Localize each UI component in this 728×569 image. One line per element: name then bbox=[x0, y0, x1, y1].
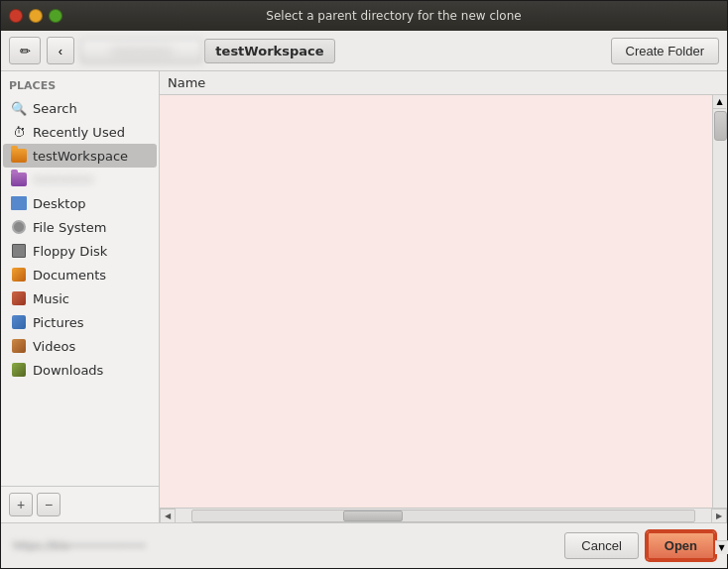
sidebar-item-videos[interactable]: Videos bbox=[3, 334, 157, 358]
name-column-header: Name bbox=[168, 75, 205, 90]
sidebar-pictures-label: Pictures bbox=[33, 315, 83, 330]
music-icon bbox=[11, 290, 27, 306]
breadcrumb-current[interactable]: testWorkspace bbox=[204, 39, 334, 63]
sidebar-search-label: Search bbox=[33, 101, 77, 116]
add-place-button[interactable]: + bbox=[9, 493, 33, 516]
horizontal-scrollbar[interactable]: ◀ ▶ bbox=[160, 508, 727, 522]
vertical-scrollbar[interactable]: ▲ ▼ bbox=[712, 95, 727, 508]
toolbar: ✏ ‹ •••••••• testWorkspace Create Folder bbox=[1, 31, 727, 71]
breadcrumb: •••••••• testWorkspace bbox=[80, 39, 335, 63]
sidebar-item-downloads[interactable]: Downloads bbox=[3, 358, 157, 382]
close-button[interactable] bbox=[9, 9, 23, 23]
sidebar-videos-label: Videos bbox=[33, 339, 75, 354]
hscroll-track bbox=[191, 510, 695, 522]
pencil-icon: ✏ bbox=[20, 44, 31, 58]
sidebar-item-desktop[interactable]: Desktop bbox=[3, 191, 157, 215]
scroll-up-button[interactable]: ▲ bbox=[713, 95, 726, 109]
sidebar-desktop-label: Desktop bbox=[33, 196, 86, 211]
floppy-icon bbox=[11, 243, 27, 259]
recent-icon: ⏱ bbox=[11, 124, 27, 140]
sidebar-item-filesystem[interactable]: File System bbox=[3, 215, 157, 239]
sidebar-testworkspace-label: testWorkspace bbox=[33, 149, 128, 164]
status-url: https://bla•••••••••••• bbox=[13, 539, 146, 552]
scroll-right-button[interactable]: ▶ bbox=[711, 509, 727, 523]
dialog-footer: https://bla•••••••••••• Cancel Open bbox=[1, 522, 727, 568]
sidebar-blurred-label: •••••••• bbox=[33, 172, 93, 187]
folder-blurred-icon bbox=[11, 171, 27, 187]
filesystem-icon bbox=[11, 219, 27, 235]
dialog-window: Select a parent directory for the new cl… bbox=[0, 0, 728, 569]
back-button[interactable]: ‹ bbox=[47, 37, 74, 64]
scrollbar-thumb[interactable] bbox=[714, 111, 727, 141]
main-content: Places 🔍 Search ⏱ Recently Used testWork… bbox=[1, 71, 727, 522]
file-list[interactable] bbox=[160, 95, 712, 508]
sidebar-documents-label: Documents bbox=[33, 268, 106, 283]
window-title: Select a parent directory for the new cl… bbox=[68, 9, 719, 23]
videos-icon bbox=[11, 338, 27, 354]
file-list-header: Name bbox=[160, 71, 727, 95]
hscroll-thumb[interactable] bbox=[343, 511, 403, 521]
downloads-icon bbox=[11, 362, 27, 378]
sidebar-floppy-label: Floppy Disk bbox=[33, 244, 107, 259]
sidebar-item-music[interactable]: Music bbox=[3, 286, 157, 310]
sidebar-item-search[interactable]: 🔍 Search bbox=[3, 96, 157, 120]
documents-icon bbox=[11, 267, 27, 283]
file-area: Name ▲ ▼ ◀ ▶ bbox=[160, 71, 727, 522]
file-list-container: ▲ ▼ bbox=[160, 95, 727, 508]
create-folder-button[interactable]: Create Folder bbox=[611, 38, 719, 64]
desktop-icon bbox=[11, 195, 27, 211]
sidebar-item-blurred[interactable]: •••••••• bbox=[3, 168, 157, 191]
sidebar: Places 🔍 Search ⏱ Recently Used testWork… bbox=[1, 71, 160, 522]
places-label: Places bbox=[1, 77, 159, 96]
back-arrow-icon: ‹ bbox=[59, 44, 62, 58]
sidebar-music-label: Music bbox=[33, 291, 69, 306]
remove-place-button[interactable]: − bbox=[37, 493, 61, 516]
sidebar-recently-used-label: Recently Used bbox=[33, 125, 125, 140]
titlebar: Select a parent directory for the new cl… bbox=[1, 1, 727, 31]
folder-orange-icon bbox=[11, 148, 27, 164]
cancel-button[interactable]: Cancel bbox=[564, 532, 638, 559]
sidebar-item-testworkspace[interactable]: testWorkspace bbox=[3, 144, 157, 168]
sidebar-item-pictures[interactable]: Pictures bbox=[3, 310, 157, 334]
sidebar-item-documents[interactable]: Documents bbox=[3, 263, 157, 286]
search-icon: 🔍 bbox=[11, 100, 27, 116]
minimize-button[interactable] bbox=[29, 9, 43, 23]
edit-button[interactable]: ✏ bbox=[9, 37, 41, 64]
pictures-icon bbox=[11, 314, 27, 330]
sidebar-item-floppy[interactable]: Floppy Disk bbox=[3, 239, 157, 263]
sidebar-footer: + − bbox=[1, 486, 159, 522]
sidebar-filesystem-label: File System bbox=[33, 220, 106, 235]
open-button[interactable]: Open bbox=[647, 531, 715, 560]
scroll-left-button[interactable]: ◀ bbox=[160, 509, 176, 523]
places-section: Places 🔍 Search ⏱ Recently Used testWork… bbox=[1, 71, 159, 384]
maximize-button[interactable] bbox=[49, 9, 62, 23]
sidebar-item-recently-used[interactable]: ⏱ Recently Used bbox=[3, 120, 157, 144]
breadcrumb-parent[interactable]: •••••••• bbox=[80, 39, 202, 63]
sidebar-downloads-label: Downloads bbox=[33, 363, 103, 378]
